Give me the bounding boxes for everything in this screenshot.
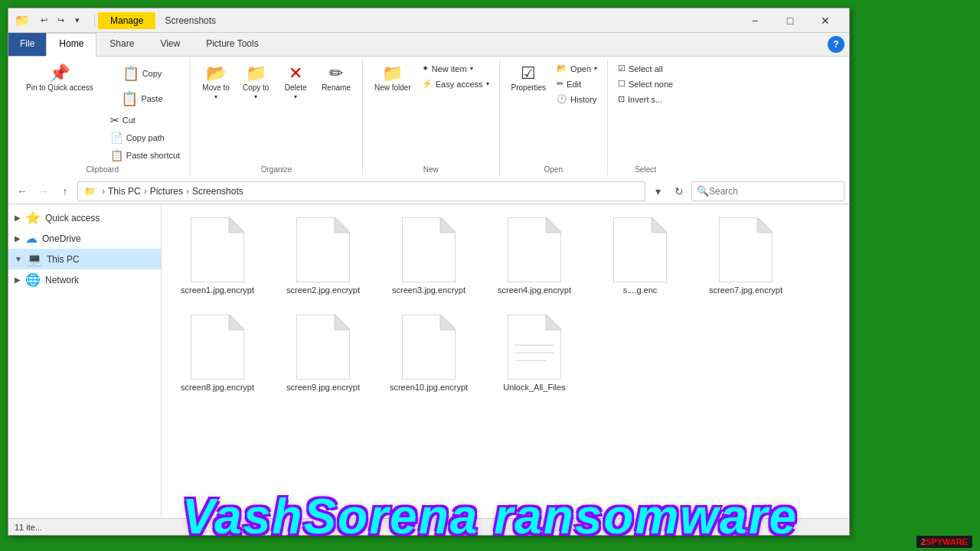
sidebar-item-network[interactable]: ▶ 🌐 Network [8, 269, 161, 290]
delete-button[interactable]: ✕ Delete ▾ [276, 61, 315, 104]
new-item-button[interactable]: ✦ New item ▾ [418, 61, 493, 76]
easy-access-button[interactable]: ⚡ Easy access ▾ [418, 77, 493, 91]
expand-icon: ▶ [15, 214, 21, 222]
invert-icon: ⊡ [618, 94, 625, 104]
file-explorer-window: 📁 ↩ ↪ ▾ Manage Screenshots − □ ✕ File Ho… [8, 8, 850, 536]
sidebar-item-quick-access[interactable]: ▶ ⭐ Quick access [8, 207, 161, 228]
search-input[interactable] [709, 186, 839, 197]
svg-marker-15 [335, 315, 350, 330]
svg-marker-3 [335, 217, 350, 233]
file-icon [296, 315, 350, 380]
list-item[interactable]: Unlock_All_Files [485, 308, 584, 399]
list-item[interactable]: screen8.jpg.encry­pt [168, 308, 267, 399]
cut-icon: ✂ [110, 114, 119, 126]
sidebar-label-onedrive: OneDrive [42, 233, 81, 244]
file-icon [508, 315, 561, 380]
file-name: screen7.jpg.encry­pt [709, 285, 782, 295]
new-folder-button[interactable]: 📁 New folder [369, 61, 416, 96]
file-name: screen10.jpg.encr­ypt [390, 383, 468, 392]
quick-tools: ↩ ↪ ▾ [36, 13, 85, 28]
properties-button[interactable]: ☑ Properties [506, 61, 552, 96]
path-this-pc[interactable]: This PC [108, 186, 141, 197]
cut-button[interactable]: ✂ Cut [106, 112, 184, 129]
badge-text2: SPYWARE [926, 537, 968, 546]
copy-button[interactable]: 📋 Copy [100, 61, 184, 86]
list-item[interactable]: screen7.jpg.encry­pt [696, 210, 795, 302]
quick-access-icon: ⭐ [25, 210, 41, 225]
select-all-button[interactable]: ☑ Select all [614, 61, 677, 76]
pin-icon: 📌 [49, 65, 70, 82]
dropdown-button[interactable]: ▾ [648, 182, 667, 201]
svg-marker-7 [546, 217, 561, 233]
file-name: screen8.jpg.encry­pt [181, 383, 254, 392]
organize-group: 📂 Move to ▾ 📁 Copy to ▾ ✕ Delete ▾ ✏ Ren… [191, 60, 363, 175]
path-screenshots[interactable]: Screenshots [192, 186, 243, 197]
window-controls: − □ ✕ [737, 9, 843, 32]
undo-btn[interactable]: ↩ [36, 13, 51, 28]
forward-button[interactable]: → [34, 182, 53, 201]
back-button[interactable]: ← [13, 182, 31, 201]
list-item[interactable]: screen3.jpg.encry­pt [379, 210, 479, 302]
file-area: screen1.jpg.encry­pt screen2.jpg.encry­p… [162, 204, 849, 518]
invert-selection-button[interactable]: ⊡ Invert s... [614, 92, 677, 106]
file-icon [191, 217, 244, 282]
path-sep2: › [144, 186, 147, 197]
paste-button[interactable]: 📋 Paste [100, 86, 184, 111]
move-to-button[interactable]: 📂 Move to ▾ [197, 61, 235, 104]
rename-button[interactable]: ✏ Rename [316, 61, 356, 96]
spyware-badge: 2SPYWARE [916, 536, 972, 548]
copy-path-button[interactable]: 📄 Copy path [106, 129, 184, 146]
svg-marker-1 [229, 217, 244, 233]
paste-shortcut-button[interactable]: 📋 Paste shortcut [106, 147, 184, 164]
tab-file[interactable]: File [8, 33, 46, 56]
search-icon: 🔍 [697, 185, 709, 197]
refresh-button[interactable]: ↻ [670, 182, 688, 201]
path-pictures[interactable]: Pictures [150, 186, 183, 197]
select-label: Select [635, 164, 656, 174]
help-btn-container: ? [823, 33, 849, 56]
down-arrow-btn[interactable]: ▾ [70, 13, 85, 28]
up-button[interactable]: ↑ [56, 182, 74, 201]
list-item[interactable]: screen1.jpg.encry­pt [168, 210, 267, 302]
list-item[interactable]: screen2.jpg.encry­pt [273, 210, 373, 302]
clipboard-items: 📌 Pin to Quick access 📋 Copy 📋 Paste ✂ [21, 61, 184, 164]
svg-marker-13 [229, 315, 244, 330]
select-items: ☑ Select all ☐ Select none ⊡ Invert s... [614, 61, 677, 164]
svg-marker-11 [757, 217, 773, 233]
redo-btn[interactable]: ↪ [53, 13, 68, 28]
manage-tab[interactable]: Manage [98, 12, 155, 29]
help-button[interactable]: ? [828, 36, 844, 53]
edit-button[interactable]: ✏ Edit [553, 77, 601, 91]
tab-home[interactable]: Home [46, 33, 96, 57]
copy-to-icon: 📁 [246, 65, 266, 82]
list-item[interactable]: screen10.jpg.encr­ypt [379, 308, 479, 399]
search-box[interactable]: 🔍 [691, 181, 844, 201]
list-item[interactable]: s....g.enc [590, 210, 690, 302]
sidebar-item-this-pc[interactable]: ▼ 💻 This PC [8, 249, 161, 269]
copy-to-button[interactable]: 📁 Copy to ▾ [237, 61, 275, 104]
sidebar-item-onedrive[interactable]: ▶ ☁ OneDrive [8, 228, 161, 249]
close-button[interactable]: ✕ [808, 9, 843, 32]
tab-picture-tools[interactable]: Picture Tools [193, 33, 271, 56]
open-button[interactable]: 📂 Open ▾ [553, 61, 601, 76]
list-item[interactable]: screen9.jpg.encry­pt [273, 308, 373, 399]
list-item[interactable]: screen4.jpg.encry­pt [485, 210, 584, 302]
move-icon: 📂 [206, 65, 227, 82]
file-name: screen2.jpg.encry­pt [286, 285, 360, 295]
delete-icon: ✕ [289, 65, 302, 82]
maximize-button[interactable]: □ [773, 9, 808, 32]
tab-view[interactable]: View [147, 33, 193, 56]
properties-icon: ☑ [521, 65, 536, 82]
svg-marker-5 [440, 217, 456, 233]
minimize-button[interactable]: − [737, 9, 773, 32]
file-name: screen4.jpg.encry­pt [498, 285, 571, 295]
tab-share[interactable]: Share [96, 33, 147, 56]
clipboard-col: 📋 Copy 📋 Paste ✂ Cut 📄 [100, 61, 184, 164]
file-name: screen9.jpg.encry­pt [286, 383, 360, 392]
organize-items: 📂 Move to ▾ 📁 Copy to ▾ ✕ Delete ▾ ✏ Ren… [197, 61, 356, 164]
select-none-icon: ☐ [618, 79, 626, 89]
history-button[interactable]: 🕐 History [553, 92, 601, 106]
address-path[interactable]: 📁 › This PC › Pictures › Screenshots [77, 181, 645, 201]
pin-to-quick-access-button[interactable]: 📌 Pin to Quick access [21, 61, 99, 96]
select-none-button[interactable]: ☐ Select none [614, 77, 677, 91]
